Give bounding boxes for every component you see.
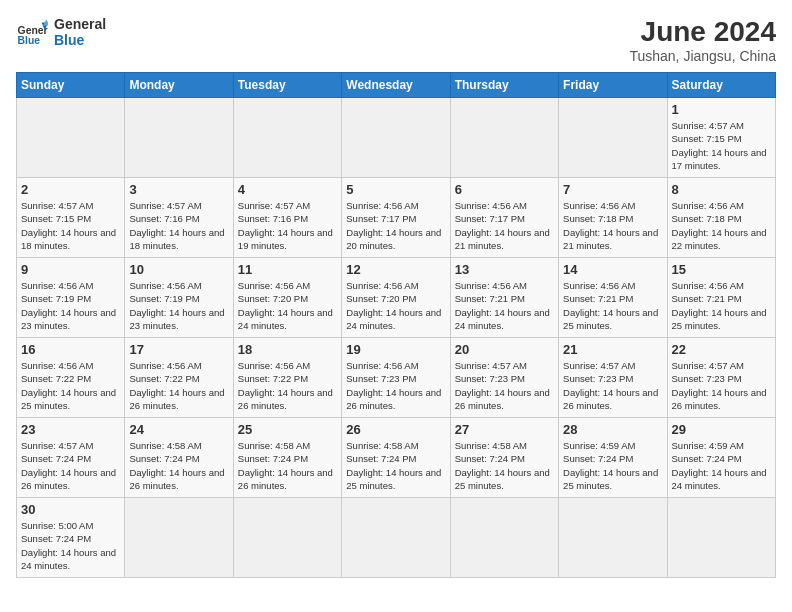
table-row [342,98,450,178]
day-info: Sunrise: 4:58 AMSunset: 7:24 PMDaylight:… [346,439,445,492]
logo-general-text: General [54,16,106,32]
day-number: 14 [563,262,662,277]
table-row [125,98,233,178]
table-row: 23Sunrise: 4:57 AMSunset: 7:24 PMDayligh… [17,418,125,498]
header-friday: Friday [559,73,667,98]
day-number: 19 [346,342,445,357]
day-number: 15 [672,262,771,277]
table-row: 21Sunrise: 4:57 AMSunset: 7:23 PMDayligh… [559,338,667,418]
table-row: 10Sunrise: 4:56 AMSunset: 7:19 PMDayligh… [125,258,233,338]
svg-text:Blue: Blue [18,35,41,46]
table-row: 15Sunrise: 4:56 AMSunset: 7:21 PMDayligh… [667,258,775,338]
day-number: 11 [238,262,337,277]
calendar-table: Sunday Monday Tuesday Wednesday Thursday… [16,72,776,578]
header-monday: Monday [125,73,233,98]
day-number: 27 [455,422,554,437]
day-number: 3 [129,182,228,197]
table-row: 6Sunrise: 4:56 AMSunset: 7:17 PMDaylight… [450,178,558,258]
table-row [559,98,667,178]
day-number: 8 [672,182,771,197]
table-row [667,498,775,578]
day-info: Sunrise: 4:57 AMSunset: 7:23 PMDaylight:… [672,359,771,412]
day-info: Sunrise: 4:57 AMSunset: 7:15 PMDaylight:… [21,199,120,252]
day-info: Sunrise: 4:56 AMSunset: 7:22 PMDaylight:… [238,359,337,412]
day-info: Sunrise: 4:59 AMSunset: 7:24 PMDaylight:… [672,439,771,492]
header-thursday: Thursday [450,73,558,98]
day-info: Sunrise: 4:56 AMSunset: 7:22 PMDaylight:… [21,359,120,412]
table-row: 2Sunrise: 4:57 AMSunset: 7:15 PMDaylight… [17,178,125,258]
header-tuesday: Tuesday [233,73,341,98]
table-row: 14Sunrise: 4:56 AMSunset: 7:21 PMDayligh… [559,258,667,338]
table-row [233,498,341,578]
table-row: 3Sunrise: 4:57 AMSunset: 7:16 PMDaylight… [125,178,233,258]
logo-blue-text: Blue [54,32,106,48]
day-number: 21 [563,342,662,357]
table-row: 20Sunrise: 4:57 AMSunset: 7:23 PMDayligh… [450,338,558,418]
day-number: 9 [21,262,120,277]
day-info: Sunrise: 4:56 AMSunset: 7:22 PMDaylight:… [129,359,228,412]
header-saturday: Saturday [667,73,775,98]
day-info: Sunrise: 4:56 AMSunset: 7:21 PMDaylight:… [672,279,771,332]
day-info: Sunrise: 4:56 AMSunset: 7:18 PMDaylight:… [563,199,662,252]
calendar-header-row: Sunday Monday Tuesday Wednesday Thursday… [17,73,776,98]
day-info: Sunrise: 4:57 AMSunset: 7:16 PMDaylight:… [129,199,228,252]
table-row: 1Sunrise: 4:57 AMSunset: 7:15 PMDaylight… [667,98,775,178]
day-number: 2 [21,182,120,197]
day-number: 24 [129,422,228,437]
table-row: 24Sunrise: 4:58 AMSunset: 7:24 PMDayligh… [125,418,233,498]
table-row: 18Sunrise: 4:56 AMSunset: 7:22 PMDayligh… [233,338,341,418]
calendar-subtitle: Tushan, Jiangsu, China [629,48,776,64]
table-row [17,98,125,178]
day-info: Sunrise: 4:56 AMSunset: 7:19 PMDaylight:… [129,279,228,332]
day-info: Sunrise: 4:58 AMSunset: 7:24 PMDaylight:… [238,439,337,492]
table-row: 16Sunrise: 4:56 AMSunset: 7:22 PMDayligh… [17,338,125,418]
logo-icon: General Blue [16,16,48,48]
table-row: 4Sunrise: 4:57 AMSunset: 7:16 PMDaylight… [233,178,341,258]
day-info: Sunrise: 4:57 AMSunset: 7:23 PMDaylight:… [563,359,662,412]
day-number: 16 [21,342,120,357]
header-sunday: Sunday [17,73,125,98]
day-number: 13 [455,262,554,277]
header-wednesday: Wednesday [342,73,450,98]
table-row [125,498,233,578]
table-row: 30Sunrise: 5:00 AMSunset: 7:24 PMDayligh… [17,498,125,578]
day-info: Sunrise: 4:56 AMSunset: 7:23 PMDaylight:… [346,359,445,412]
table-row [559,498,667,578]
day-info: Sunrise: 4:56 AMSunset: 7:20 PMDaylight:… [238,279,337,332]
title-area: June 2024 Tushan, Jiangsu, China [629,16,776,64]
day-number: 12 [346,262,445,277]
table-row: 22Sunrise: 4:57 AMSunset: 7:23 PMDayligh… [667,338,775,418]
day-number: 10 [129,262,228,277]
table-row [450,98,558,178]
calendar-week-row: 1Sunrise: 4:57 AMSunset: 7:15 PMDaylight… [17,98,776,178]
table-row [450,498,558,578]
header: General Blue General Blue June 2024 Tush… [16,16,776,64]
logo: General Blue General Blue [16,16,106,48]
table-row: 9Sunrise: 4:56 AMSunset: 7:19 PMDaylight… [17,258,125,338]
day-number: 29 [672,422,771,437]
day-number: 30 [21,502,120,517]
day-number: 26 [346,422,445,437]
day-info: Sunrise: 4:56 AMSunset: 7:17 PMDaylight:… [455,199,554,252]
day-number: 4 [238,182,337,197]
day-number: 20 [455,342,554,357]
table-row: 19Sunrise: 4:56 AMSunset: 7:23 PMDayligh… [342,338,450,418]
day-info: Sunrise: 4:56 AMSunset: 7:21 PMDaylight:… [563,279,662,332]
day-info: Sunrise: 4:56 AMSunset: 7:18 PMDaylight:… [672,199,771,252]
calendar-week-row: 9Sunrise: 4:56 AMSunset: 7:19 PMDaylight… [17,258,776,338]
day-info: Sunrise: 4:57 AMSunset: 7:15 PMDaylight:… [672,119,771,172]
day-info: Sunrise: 4:57 AMSunset: 7:24 PMDaylight:… [21,439,120,492]
table-row [233,98,341,178]
table-row: 12Sunrise: 4:56 AMSunset: 7:20 PMDayligh… [342,258,450,338]
day-number: 5 [346,182,445,197]
day-info: Sunrise: 4:56 AMSunset: 7:20 PMDaylight:… [346,279,445,332]
day-info: Sunrise: 4:58 AMSunset: 7:24 PMDaylight:… [455,439,554,492]
day-info: Sunrise: 5:00 AMSunset: 7:24 PMDaylight:… [21,519,120,572]
calendar-week-row: 2Sunrise: 4:57 AMSunset: 7:15 PMDaylight… [17,178,776,258]
table-row: 25Sunrise: 4:58 AMSunset: 7:24 PMDayligh… [233,418,341,498]
day-info: Sunrise: 4:56 AMSunset: 7:21 PMDaylight:… [455,279,554,332]
calendar-week-row: 23Sunrise: 4:57 AMSunset: 7:24 PMDayligh… [17,418,776,498]
table-row: 8Sunrise: 4:56 AMSunset: 7:18 PMDaylight… [667,178,775,258]
table-row: 17Sunrise: 4:56 AMSunset: 7:22 PMDayligh… [125,338,233,418]
table-row [342,498,450,578]
